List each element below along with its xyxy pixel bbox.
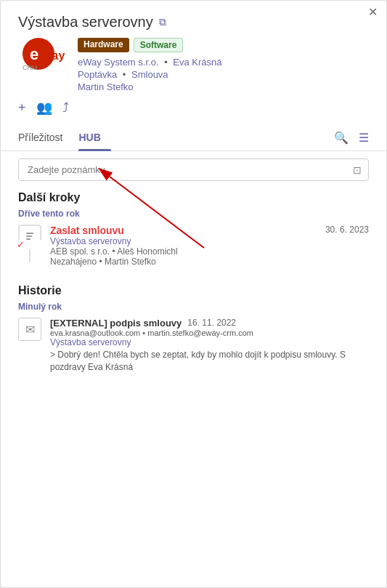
tab-icons: 🔍 ☰ <box>334 131 369 145</box>
svg-text:Way: Way <box>41 49 65 62</box>
task-project-link[interactable]: Výstavba serverovny <box>50 236 369 246</box>
dalsi-kroky-content: Zaslat smlouvu 30. 6. 2023 Výstavba serv… <box>50 225 369 267</box>
eway-logo: e Way CRM <box>18 36 68 71</box>
contact-link[interactable]: Eva Krásná <box>173 57 221 68</box>
note-input[interactable] <box>18 158 369 181</box>
tab-prilezitost[interactable]: Příležitost <box>18 124 73 150</box>
history-content: [EXTERNAL] podpis smlouvy 16. 11. 2022 e… <box>50 318 369 374</box>
history-emails-row: eva.krasna@outlook.com • martin.stefko@e… <box>50 329 369 337</box>
historie-section: Historie Minulý rok ✉ [EXTERNAL] podpis … <box>1 274 386 374</box>
actions-row: + 👥 ⤴ <box>18 100 369 116</box>
dalsi-kroky-title: Další kroky <box>18 191 369 204</box>
doc-line-2 <box>26 235 32 237</box>
assignee-row: Martin Stefko <box>78 81 222 92</box>
email-icon: ✉ <box>25 323 35 337</box>
dalsi-kroky-item: ✓ Zaslat smlouvu 30. 6. 2023 Výstavba se… <box>18 225 369 267</box>
historie-title: Historie <box>18 284 369 297</box>
task-meta-company: AEB spol. s r.o. • Aleš Honomichl <box>50 246 369 257</box>
history-top-row: [EXTERNAL] podpis smlouvy 16. 11. 2022 <box>50 318 369 329</box>
dot-sep-1: • <box>164 57 168 68</box>
history-email-dot: • <box>142 329 145 337</box>
external-link-icon[interactable]: ⧉ <box>159 16 166 28</box>
note-append-icon: ⊡ <box>353 164 362 176</box>
share-action-icon[interactable]: ⤴ <box>62 100 69 116</box>
menu-tab-icon[interactable]: ☰ <box>359 131 369 145</box>
header: Výstavba serverovny ⧉ e Way CRM <box>1 1 386 116</box>
history-body: > Dobrý den! Chtěla bych se zeptat, kdy … <box>50 349 369 374</box>
dot-sep-2: • <box>123 69 126 80</box>
historie-sub: Minulý rok <box>18 302 369 312</box>
history-email-title: [EXTERNAL] podpis smlouvy <box>50 318 182 329</box>
history-item: ✉ [EXTERNAL] podpis smlouvy 16. 11. 2022… <box>18 318 369 374</box>
task-date: 30. 6. 2023 <box>319 225 369 235</box>
task-company: AEB spol. s r.o. <box>50 246 110 257</box>
email-icon-box: ✉ <box>18 318 41 341</box>
task-title-link[interactable]: Zaslat smlouvu <box>50 225 124 236</box>
doc-line-1 <box>26 233 33 234</box>
tab-hub[interactable]: HUB <box>78 124 110 150</box>
activity-top-row: Zaslat smlouvu 30. 6. 2023 <box>50 225 369 236</box>
logo-meta-row: e Way CRM Hardware Software eWay System … <box>18 36 369 94</box>
tabs-bar: Příležitost HUB 🔍 ☰ <box>1 124 386 151</box>
poptavka-link[interactable]: Poptávka <box>78 69 117 80</box>
company-link[interactable]: eWay System s.r.o. <box>78 57 159 68</box>
tag-software[interactable]: Software <box>134 38 184 52</box>
search-tab-icon[interactable]: 🔍 <box>334 131 349 145</box>
dalsi-kroky-section: Další kroky Dříve tento rok ✓ Zaslat <box>1 181 386 267</box>
tags-row: Hardware Software <box>78 38 222 52</box>
history-project-link[interactable]: Výstavba serverovny <box>50 337 369 347</box>
title-row: Výstavba serverovny ⧉ <box>18 14 369 31</box>
note-search-bar: ⊡ <box>18 158 369 181</box>
svg-text:e: e <box>30 45 38 63</box>
svg-text:CRM: CRM <box>23 64 38 71</box>
main-panel: ✕ Výstavba serverovny ⧉ e Way CRM <box>0 0 387 588</box>
add-action-icon[interactable]: + <box>18 100 26 116</box>
task-status-row: Nezahájeno • Martin Stefko <box>50 257 369 267</box>
history-email1: eva.krasna@outlook.com <box>50 329 140 337</box>
history-email2: martin.stefko@eway-crm.com <box>147 329 253 337</box>
task-status: Nezahájeno <box>50 257 97 267</box>
meta2-row: Poptávka • Smlouva <box>78 69 222 80</box>
task-dot: • <box>112 246 115 257</box>
dalsi-kroky-sub: Dříve tento rok <box>18 209 369 219</box>
meta-info: Hardware Software eWay System s.r.o. • E… <box>78 36 222 94</box>
company-contact-row: eWay System s.r.o. • Eva Krásná <box>78 57 222 68</box>
smlouva-link[interactable]: Smlouva <box>131 69 168 80</box>
task-status-dot: • <box>99 257 102 267</box>
check-icon: ✓ <box>17 240 41 249</box>
tag-hardware[interactable]: Hardware <box>78 38 129 52</box>
task-contact: Aleš Honomichl <box>117 246 177 257</box>
page-title: Výstavba serverovny <box>18 14 153 31</box>
teams-action-icon[interactable]: 👥 <box>36 100 52 116</box>
task-icon-box: ✓ <box>18 225 41 248</box>
close-button[interactable]: ✕ <box>368 7 378 18</box>
assignee-link[interactable]: Martin Stefko <box>78 81 134 92</box>
activity-divider <box>29 248 30 262</box>
task-assignee: Martin Stefko <box>105 257 156 267</box>
history-date: 16. 11. 2022 <box>182 318 236 328</box>
